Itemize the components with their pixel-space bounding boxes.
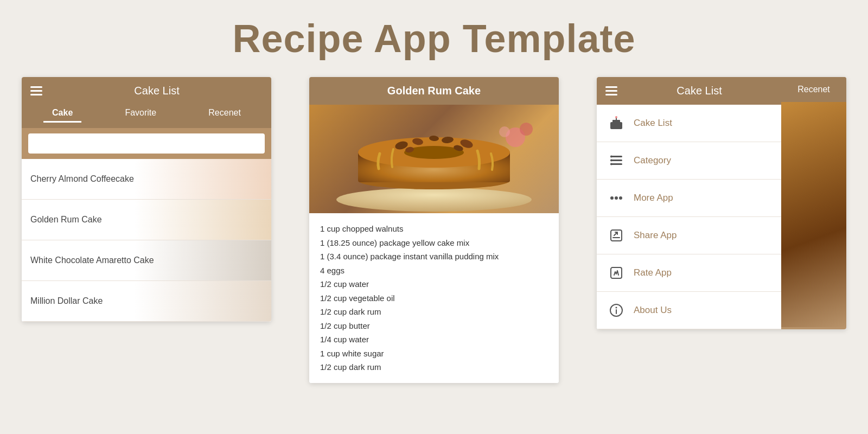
svg-point-31 — [616, 307, 617, 309]
search-container — [22, 128, 271, 159]
ingredient-line: 1/4 cup water — [320, 333, 548, 347]
recenet-label: Recenet — [781, 77, 846, 102]
recipe-name: Cherry Almond Coffeecake — [30, 174, 134, 184]
ingredient-line: 1/2 cup dark rum — [320, 360, 548, 374]
menu-item-category[interactable]: Category — [597, 142, 781, 180]
panels-container: Cake List Cake Favorite Recenet Cherry A… — [0, 72, 868, 383]
tab-favorite[interactable]: Favorite — [116, 105, 165, 123]
panel-cake-list: Cake List Cake Favorite Recenet Cherry A… — [22, 77, 271, 322]
svg-point-13 — [520, 123, 533, 136]
detail-header: Golden Rum Cake — [309, 77, 559, 105]
tab-cake[interactable]: Cake — [43, 105, 81, 123]
drawer-menu-items: Cake List Category — [597, 105, 781, 329]
recipe-list: Cherry Almond Coffeecake Golden Rum Cake… — [22, 159, 271, 322]
ingredient-line: 1 (18.25 ounce) package yellow cake mix — [320, 236, 548, 250]
svg-point-27 — [619, 196, 622, 200]
recipe-item-bg — [134, 240, 271, 280]
tab-recenet[interactable]: Recenet — [200, 105, 250, 123]
list-item[interactable]: Cherry Almond Coffeecake — [22, 159, 271, 200]
menu-item-category-label: Category — [634, 155, 671, 166]
cake-list-icon — [608, 114, 625, 132]
hamburger-icon[interactable] — [30, 86, 42, 95]
ingredient-line: 1/2 cup dark rum — [320, 305, 548, 319]
svg-point-26 — [615, 196, 618, 200]
drawer-left: Cake List Cake List — [597, 77, 781, 329]
rate-app-icon — [608, 264, 625, 282]
svg-rect-15 — [610, 122, 622, 129]
ingredient-line: 4 eggs — [320, 264, 548, 278]
page-header: Recipe App Template — [0, 0, 868, 72]
recipe-item-bg — [134, 159, 271, 199]
list-item[interactable]: Million Dollar Cake — [22, 281, 271, 322]
menu-item-cake-list-label: Cake List — [634, 118, 672, 129]
drawer-header: Cake List — [597, 77, 781, 105]
list-item[interactable]: White Chocolate Amaretto Cake — [22, 240, 271, 281]
drawer-right-panel: Recenet — [781, 77, 846, 329]
svg-point-23 — [610, 159, 612, 162]
panel1-header: Cake List — [22, 77, 271, 105]
ingredient-line: 1/2 cup butter — [320, 319, 548, 333]
menu-item-share-app-label: Share App — [634, 230, 676, 241]
recenet-image — [781, 102, 846, 327]
cake-image — [309, 105, 559, 213]
svg-point-22 — [610, 156, 612, 158]
recipe-name: Million Dollar Cake — [30, 296, 103, 306]
drawer-header-title: Cake List — [626, 85, 773, 97]
menu-item-about-us[interactable]: About Us — [597, 292, 781, 329]
about-us-icon — [608, 302, 625, 319]
drawer-hamburger-icon[interactable] — [605, 86, 617, 95]
menu-item-share-app[interactable]: Share App — [597, 217, 781, 254]
menu-item-about-us-label: About Us — [634, 305, 672, 316]
more-app-icon — [608, 189, 625, 207]
menu-item-cake-list[interactable]: Cake List — [597, 105, 781, 142]
ingredient-line: 1 cup chopped walnuts — [320, 222, 548, 236]
ingredient-line: 1 (3.4 ounce) package instant vanilla pu… — [320, 250, 548, 264]
panel-drawer-menu: Cake List Cake List — [597, 77, 846, 329]
menu-item-more-app-label: More App — [634, 193, 673, 203]
ingredient-line: 1 cup white sugar — [320, 347, 548, 361]
search-input[interactable] — [28, 133, 265, 154]
svg-point-14 — [499, 126, 510, 137]
page-title: Recipe App Template — [0, 16, 868, 61]
list-item[interactable]: Golden Rum Cake — [22, 200, 271, 240]
ingredient-line: 1/2 cup water — [320, 277, 548, 291]
recipe-item-bg — [134, 281, 271, 321]
menu-item-more-app[interactable]: More App — [597, 180, 781, 217]
svg-point-0 — [336, 188, 532, 212]
tabs-bar: Cake Favorite Recenet — [22, 105, 271, 128]
panel-recipe-detail: Golden Rum Cake — [309, 77, 559, 383]
recipe-ingredients: 1 cup chopped walnuts 1 (18.25 ounce) pa… — [309, 213, 559, 383]
svg-point-18 — [615, 116, 617, 118]
share-app-icon — [608, 227, 625, 244]
menu-item-rate-app[interactable]: Rate App — [597, 254, 781, 292]
recipe-item-bg — [134, 200, 271, 240]
recipe-name: Golden Rum Cake — [30, 215, 102, 225]
menu-item-rate-app-label: Rate App — [634, 267, 672, 278]
panel1-title: Cake List — [51, 85, 263, 97]
ingredient-line: 1/2 cup vegetable oil — [320, 291, 548, 305]
category-icon — [608, 152, 625, 169]
detail-title: Golden Rum Cake — [387, 85, 481, 97]
svg-point-24 — [610, 163, 612, 165]
svg-point-25 — [610, 196, 614, 200]
